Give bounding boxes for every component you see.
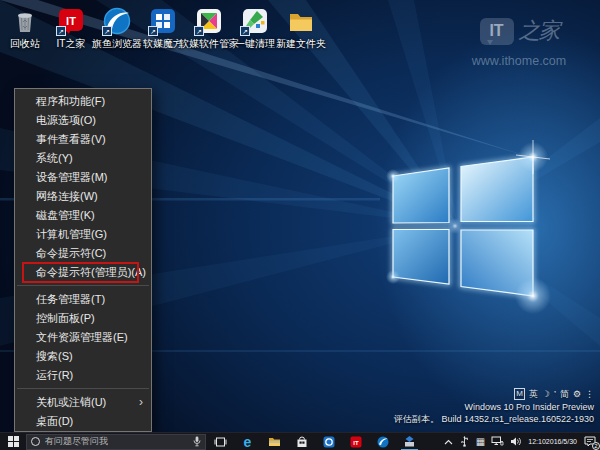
desktop-icon-label: 软媒软件管家 [179, 38, 239, 49]
menu-item-命令提示符管理员A[interactable]: 命令提示符(管理员)(A) [15, 263, 151, 282]
chevron-up-icon [444, 439, 453, 445]
menu-item-桌面D[interactable]: 桌面(D) [15, 412, 151, 431]
desktop-icon-label: 旗鱼浏览器 [92, 38, 142, 49]
ruanmei-mofang-icon: ↗ [148, 6, 178, 36]
desktop-icon-label: 新建文件夹 [276, 38, 326, 49]
speaker-icon [510, 436, 522, 447]
menu-item-设备管理器M[interactable]: 设备管理器(M) [15, 168, 151, 187]
action-center-button[interactable]: 2 [580, 433, 600, 450]
taskbar-app-edge[interactable]: e [234, 433, 261, 450]
notification-count-badge: 2 [592, 442, 600, 450]
qiyu-browser-icon [377, 436, 389, 448]
menu-item-文件资源管理器E[interactable]: 文件资源管理器(E) [15, 328, 151, 347]
start-button[interactable] [0, 433, 26, 450]
insider-build-watermark: Windows 10 Pro Insider Preview 评估副本。 Bui… [394, 402, 594, 425]
menu-item-运行R[interactable]: 运行(R) [15, 366, 151, 385]
search-placeholder-text: 有问题尽管问我 [45, 435, 193, 448]
menu-item-程序和功能F[interactable]: 程序和功能(F) [15, 92, 151, 111]
shortcut-arrow-icon: ↗ [148, 26, 158, 36]
svg-text:IT: IT [66, 15, 76, 27]
shortcut-arrow-icon: ↗ [102, 26, 112, 36]
taskbar-app-store[interactable] [288, 433, 315, 450]
ime-toolbar: M英☽’简⚙⋮ [514, 388, 594, 400]
red-highlight-annotation [22, 262, 139, 283]
store-icon [296, 436, 308, 448]
ithome-logo-icon: IT [480, 18, 514, 45]
taskbar-app-ruanmei-mofang[interactable] [315, 433, 342, 450]
desktop-icon-new-folder[interactable]: 新建文件夹 [278, 6, 324, 49]
desktop-icon-label: IT之家 [57, 38, 86, 49]
one-key-clean-icon: ↗ [240, 6, 270, 36]
ruanmei-mofang-icon [323, 436, 335, 448]
menu-item-关机或注销U[interactable]: 关机或注销(U)› [15, 393, 151, 412]
desktop-icon-label: 软媒魔方 [143, 38, 183, 49]
clock-time: 12:10 [528, 438, 546, 446]
system-tray: ▦ 12:10 2016/5/30 [441, 433, 600, 450]
menu-item-计算机管理G[interactable]: 计算机管理(G) [15, 225, 151, 244]
taskbar-app-ruanmei-app[interactable] [396, 433, 423, 450]
taskbar-app-task-view[interactable] [207, 433, 234, 450]
taskbar-app-qiyu-browser[interactable] [369, 433, 396, 450]
cortana-icon [31, 437, 40, 446]
ime-toolbar-item-4[interactable]: 简 [560, 389, 569, 399]
menu-item-任务管理器T[interactable]: 任务管理器(T) [15, 290, 151, 309]
recycle-bin-icon [10, 6, 40, 36]
usb-tray-icon[interactable] [456, 433, 473, 450]
desktop-icon-one-key-clean[interactable]: ↗一键清理 [232, 6, 278, 49]
submenu-arrow-icon: › [139, 393, 143, 412]
svg-text:IT: IT [353, 439, 359, 445]
file-explorer-icon [268, 436, 281, 447]
shortcut-arrow-icon: ↗ [194, 26, 204, 36]
winx-context-menu: 程序和功能(F)电源选项(O)事件查看器(V)系统(Y)设备管理器(M)网络连接… [14, 88, 152, 432]
network-icon [491, 436, 504, 447]
taskbar-app-file-explorer[interactable] [261, 433, 288, 450]
task-view-icon [214, 436, 227, 448]
ime-toolbar-item-1[interactable]: 英 [529, 389, 538, 399]
menu-item-控制面板P[interactable]: 控制面板(P) [15, 309, 151, 328]
menu-item-磁盘管理K[interactable]: 磁盘管理(K) [15, 206, 151, 225]
desktop-icon-recycle-bin[interactable]: 回收站 [2, 6, 48, 49]
menu-item-系统Y[interactable]: 系统(Y) [15, 149, 151, 168]
cortana-search-box[interactable]: 有问题尽管问我 [26, 434, 206, 450]
ruanmei-manager-icon: ↗ [194, 6, 224, 36]
ime-indicator-button[interactable]: ▦ [473, 433, 488, 450]
taskbar-clock[interactable]: 12:10 2016/5/30 [525, 433, 580, 450]
menu-item-命令提示符C[interactable]: 命令提示符(C) [15, 244, 151, 263]
network-tray-button[interactable] [488, 433, 507, 450]
menu-separator [17, 388, 149, 389]
ruanmei-app-icon [403, 435, 416, 448]
ime-grid-icon: ▦ [476, 437, 485, 447]
taskbar-app-ithome[interactable]: IT [342, 433, 369, 450]
desktop-icon-ithome[interactable]: IT↗IT之家 [48, 6, 94, 49]
usb-icon [459, 436, 470, 447]
ithome-logo-calligraphy: 之家 [519, 16, 559, 46]
new-folder-icon [286, 6, 316, 36]
clock-date: 2016/5/30 [546, 438, 577, 446]
ime-toolbar-item-6[interactable]: ⋮ [585, 389, 594, 399]
build-watermark-line2: 评估副本。 Build 14352.rs1_release.160522-193… [394, 414, 594, 425]
taskbar: 有问题尽管问我 eIT ▦ [0, 432, 600, 450]
shortcut-arrow-icon: ↗ [56, 26, 66, 36]
desktop-icon-ruanmei-manager[interactable]: ↗软媒软件管家 [186, 6, 232, 49]
desktop-icons-row: 回收站IT↗IT之家↗旗鱼浏览器↗软媒魔方↗软媒软件管家↗一键清理新建文件夹 [2, 6, 324, 49]
pinned-apps: eIT [207, 433, 423, 450]
desktop-icon-label: 一键清理 [235, 38, 275, 49]
ithome-app-icon: IT [350, 436, 362, 448]
ime-toolbar-item-5[interactable]: ⚙ [573, 389, 581, 399]
ime-toolbar-item-0[interactable]: M [514, 388, 525, 400]
menu-item-电源选项O[interactable]: 电源选项(O) [15, 111, 151, 130]
ime-toolbar-item-3[interactable]: ’ [554, 389, 556, 399]
ime-toolbar-item-2[interactable]: ☽ [542, 389, 550, 399]
volume-tray-button[interactable] [507, 433, 525, 450]
windows-logo-icon [8, 436, 19, 447]
show-hidden-icons-button[interactable] [441, 433, 456, 450]
desktop-icon-qiyu-browser[interactable]: ↗旗鱼浏览器 [94, 6, 140, 49]
menu-item-网络连接W[interactable]: 网络连接(W) [15, 187, 151, 206]
menu-separator [17, 285, 149, 286]
desktop-icon-label: 回收站 [10, 38, 40, 49]
microphone-icon[interactable] [193, 436, 201, 447]
menu-item-事件查看器V[interactable]: 事件查看器(V) [15, 130, 151, 149]
edge-icon: e [244, 435, 252, 449]
ithome-url-text: www.ithome.com [448, 54, 590, 68]
menu-item-搜索S[interactable]: 搜索(S) [15, 347, 151, 366]
